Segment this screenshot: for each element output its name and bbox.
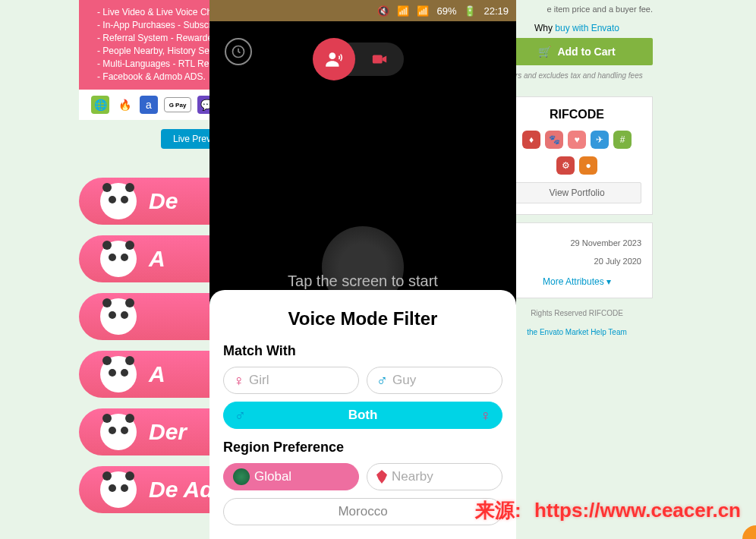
tax-note: ars and excludes tax and handling fees bbox=[501, 65, 653, 86]
globe-icon bbox=[233, 468, 250, 485]
action-button-label: A bbox=[149, 246, 165, 272]
add-to-cart-label: Add to Cart bbox=[557, 46, 615, 58]
gpay-icon: G Pay bbox=[164, 97, 191, 112]
filter-both-label: Both bbox=[348, 408, 378, 423]
voice-mode-button[interactable] bbox=[313, 38, 355, 80]
add-to-cart-button[interactable]: 🛒 Add to Cart bbox=[501, 38, 653, 65]
filter-girl-button[interactable]: ♀ Girl bbox=[223, 367, 359, 394]
panda-icon bbox=[100, 414, 137, 450]
api-icon: a bbox=[140, 96, 158, 114]
filter-guy-label: Guy bbox=[392, 373, 416, 388]
panda-icon bbox=[100, 183, 137, 219]
region-nearby-label: Nearby bbox=[392, 469, 433, 484]
region-country-label: Morocco bbox=[338, 504, 387, 519]
badge-icon: ♥ bbox=[568, 131, 586, 149]
why-buy-text: Why buy with Envato bbox=[501, 18, 653, 38]
status-bar: 🔇 📶 📶 69% 🔋 22:19 bbox=[209, 0, 516, 21]
copyright-text: Rights Reserved RIFCODE bbox=[501, 298, 653, 328]
badge-icon: ♦ bbox=[522, 131, 540, 149]
attributes-box: 29 November 2023 20 July 2020 More Attri… bbox=[501, 222, 653, 298]
attribute-last-update: 29 November 2023 bbox=[512, 234, 641, 252]
voice-filter-sheet: Voice Mode Filter Match With ♀ Girl ♂ Gu… bbox=[209, 290, 516, 539]
attribute-created: 20 July 2020 bbox=[512, 252, 641, 270]
signal-icon: 📶 bbox=[417, 5, 429, 17]
cart-icon: 🛒 bbox=[538, 46, 551, 58]
region-global-label: Global bbox=[254, 469, 291, 484]
mute-icon: 🔇 bbox=[377, 5, 389, 17]
author-box: RIFCODE ♦ 🐾 ♥ ✈ # ⚙ ● View Portfolio bbox=[501, 96, 653, 215]
firebase-icon: 🔥 bbox=[115, 96, 134, 114]
help-contact-link[interactable]: the Envato Market Help Team bbox=[501, 328, 653, 336]
wifi-icon: 📶 bbox=[397, 5, 409, 17]
action-button-label: Der bbox=[149, 419, 187, 445]
female-icon: ♀ bbox=[233, 372, 244, 389]
action-button-label: De bbox=[149, 188, 178, 214]
author-badges-row2: ⚙ ● bbox=[512, 156, 641, 175]
watermark-url: https://www.ceacer.cn bbox=[534, 499, 741, 522]
panda-icon bbox=[100, 241, 137, 277]
action-button-label: A bbox=[149, 361, 165, 387]
more-attributes-label: More Attributes bbox=[543, 276, 604, 287]
male-icon: ♂ bbox=[376, 372, 388, 389]
panda-icon bbox=[100, 356, 137, 392]
badge-icon: # bbox=[613, 131, 632, 149]
region-heading: Region Preference bbox=[223, 440, 502, 455]
filter-girl-label: Girl bbox=[249, 373, 269, 388]
mode-toggle bbox=[316, 43, 404, 76]
author-badges: ♦ 🐾 ♥ ✈ # bbox=[512, 131, 641, 149]
pin-icon bbox=[376, 470, 387, 484]
male-icon: ♂ bbox=[235, 407, 246, 424]
badge-icon: 🐾 bbox=[545, 131, 563, 149]
panda-icon bbox=[100, 298, 137, 335]
price-note: e item price and a buyer fee. bbox=[501, 0, 653, 18]
region-nearby-button[interactable]: Nearby bbox=[367, 463, 502, 490]
battery-icon: 🔋 bbox=[464, 5, 476, 17]
battery-percent: 69% bbox=[436, 5, 456, 17]
filter-both-button[interactable]: ♂ Both ♀ bbox=[223, 402, 502, 429]
panda-icon bbox=[100, 471, 137, 508]
svg-point-1 bbox=[329, 52, 336, 59]
sheet-title: Voice Mode Filter bbox=[223, 308, 502, 329]
filter-guy-button[interactable]: ♂ Guy bbox=[367, 367, 502, 394]
corner-decoration bbox=[742, 525, 756, 539]
region-global-button[interactable]: Global bbox=[223, 463, 359, 490]
history-icon[interactable] bbox=[225, 38, 252, 65]
region-country-button[interactable]: Morocco bbox=[223, 498, 502, 525]
badge-icon: ⚙ bbox=[556, 156, 575, 175]
platform-icon: 🌐 bbox=[91, 96, 109, 114]
more-attributes-toggle[interactable]: More Attributes ▾ bbox=[512, 270, 641, 287]
badge-icon: ● bbox=[579, 156, 597, 175]
view-portfolio-button[interactable]: View Portfolio bbox=[512, 182, 641, 203]
why-buy-prefix: Why bbox=[534, 23, 555, 33]
chevron-down-icon: ▾ bbox=[606, 276, 611, 287]
badge-icon: ✈ bbox=[591, 131, 609, 149]
author-name: RIFCODE bbox=[512, 108, 641, 121]
svg-rect-2 bbox=[373, 55, 383, 64]
match-with-heading: Match With bbox=[223, 343, 502, 359]
video-mode-button[interactable] bbox=[355, 51, 404, 68]
why-buy-link[interactable]: buy with Envato bbox=[555, 23, 619, 33]
tap-to-start-text: Tap the screen to start bbox=[209, 273, 516, 290]
female-icon: ♀ bbox=[480, 407, 491, 424]
video-preview-area[interactable]: Tap the screen to start bbox=[209, 21, 516, 288]
status-time: 22:19 bbox=[484, 5, 509, 17]
